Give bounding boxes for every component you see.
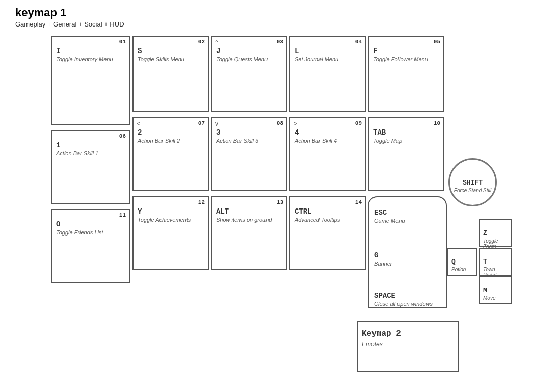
key-07: < 07 2 Action Bar Skill 2 <box>132 117 209 191</box>
key-01-num: 01 <box>119 39 126 45</box>
key-03: ^ 03 J Toggle Quests Menu <box>211 36 287 112</box>
key-13: 13 ALT Show items on ground <box>211 196 287 270</box>
key-13-label: ALT <box>216 207 282 216</box>
key-10-label: TAB <box>373 128 439 137</box>
key-13-num: 13 <box>277 199 283 205</box>
keymap2-box[interactable]: Keymap 2 Emotes <box>357 321 459 372</box>
esc-label: ESC <box>374 208 441 217</box>
key-03-label: J <box>216 47 282 55</box>
key-05: 05 F Toggle Follower Menu <box>368 36 444 112</box>
z-label: Z <box>483 229 508 237</box>
key-06-num: 06 <box>119 133 126 139</box>
key-08-action: Action Bar Skill 3 <box>216 138 282 144</box>
g-action: Banner <box>374 260 441 267</box>
m-label: M <box>483 286 508 294</box>
key-14-num: 14 <box>355 199 362 205</box>
key-06: 06 1 Action Bar Skill 1 <box>51 130 130 204</box>
key-10: 10 TAB Toggle Map <box>368 117 444 191</box>
key-13-action: Show items on ground <box>216 217 282 223</box>
key-07-action: Action Bar Skill 2 <box>138 138 204 144</box>
key-08-label: 3 <box>216 128 282 137</box>
key-11-label: O <box>56 220 125 228</box>
page-title: keymap 1 <box>15 6 66 19</box>
key-07-arrow: < <box>137 120 140 127</box>
m-action: Move <box>483 295 508 301</box>
key-12-num: 12 <box>198 199 205 205</box>
key-04-num: 04 <box>355 39 362 45</box>
key-11-action: Toggle Friends List <box>56 229 125 236</box>
key-03-num: 03 <box>277 39 283 45</box>
q-action: Potion <box>451 267 473 272</box>
key-06-label: 1 <box>56 141 125 149</box>
key-11-num: 11 <box>119 212 126 218</box>
key-08: v 08 3 Action Bar Skill 3 <box>211 117 287 191</box>
key-05-num: 05 <box>434 39 440 45</box>
key-09-arrow: > <box>294 120 297 127</box>
key-10-num: 10 <box>434 120 440 126</box>
space-action: Close all open windows <box>374 301 441 307</box>
shift-key: SHIFT Force Stand Still <box>448 158 497 206</box>
key-04-label: L <box>295 47 361 55</box>
key-01-label: I <box>56 47 125 55</box>
page-subtitle: Gameplay + General + Social + HUD <box>15 20 124 28</box>
key-09-num: 09 <box>355 120 362 126</box>
key-09: > 09 4 Action Bar Skill 4 <box>289 117 366 191</box>
key-14: 14 CTRL Advanced Tooltips <box>289 196 366 270</box>
key-04-action: Set Journal Menu <box>295 56 361 62</box>
q-key: Q Potion <box>447 248 477 276</box>
keymap2-action: Emotes <box>362 341 454 348</box>
shift-label: SHIFT <box>463 179 483 187</box>
key-14-action: Advanced Tooltips <box>295 217 361 223</box>
t-label: T <box>483 258 508 266</box>
m-key: M Move <box>479 276 512 304</box>
key-02: 02 S Toggle Skills Menu <box>132 36 209 112</box>
z-key: Z Toggle Zoom <box>479 219 512 247</box>
key-14-label: CTRL <box>295 207 361 216</box>
key-02-label: S <box>138 47 204 55</box>
key-12: 12 Y Toggle Achievements <box>132 196 209 270</box>
key-05-action: Toggle Follower Menu <box>373 56 439 62</box>
key-12-label: Y <box>138 207 204 216</box>
space-label: SPACE <box>374 292 441 300</box>
key-02-action: Toggle Skills Menu <box>138 56 204 62</box>
key-01: 01 I Toggle Inventory Menu <box>51 36 130 125</box>
esc-action: Game Menu <box>374 218 441 224</box>
key-07-num: 07 <box>198 120 205 126</box>
key-08-arrow: v <box>215 120 218 127</box>
t-key: T Town Portal <box>479 248 512 276</box>
q-label: Q <box>451 258 473 266</box>
keymap2-label: Keymap 2 <box>362 329 454 338</box>
key-08-num: 08 <box>277 120 283 126</box>
key-10-action: Toggle Map <box>373 138 439 144</box>
key-09-label: 4 <box>295 128 361 137</box>
key-09-action: Action Bar Skill 4 <box>295 138 361 144</box>
key-03-action: Toggle Quests Menu <box>216 56 282 62</box>
key-02-num: 02 <box>198 39 205 45</box>
shift-action: Force Stand Still <box>451 188 494 193</box>
key-07-label: 2 <box>138 128 204 137</box>
key-01-action: Toggle Inventory Menu <box>56 56 125 62</box>
key-04: 04 L Set Journal Menu <box>289 36 366 112</box>
key-12-action: Toggle Achievements <box>138 217 204 223</box>
key-05-label: F <box>373 47 439 55</box>
esc-cluster: ESC Game Menu G Banner SPACE Close all o… <box>368 196 447 308</box>
key-11: 11 O Toggle Friends List <box>51 209 130 283</box>
g-label: G <box>374 251 441 259</box>
key-06-action: Action Bar Skill 1 <box>56 150 125 156</box>
key-03-arrow: ^ <box>215 39 218 46</box>
